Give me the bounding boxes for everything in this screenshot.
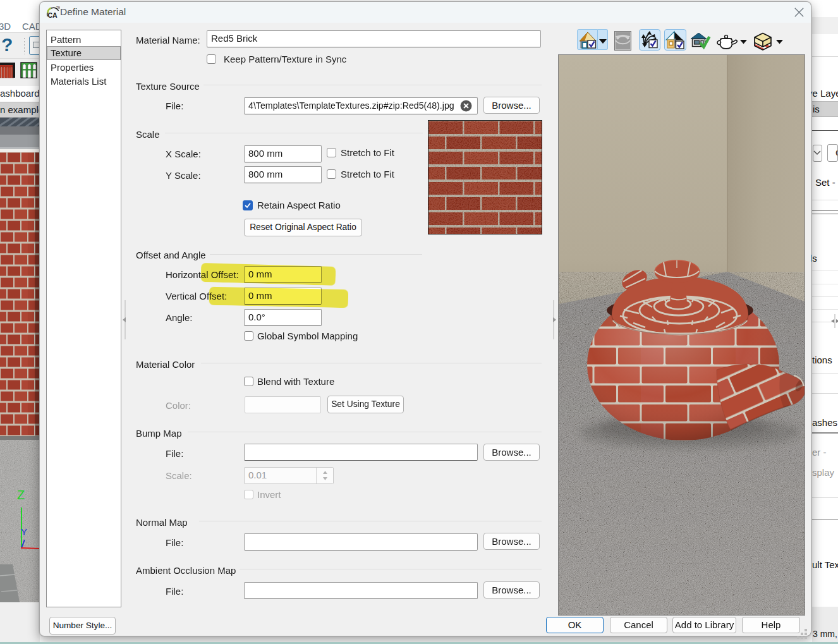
svg-text:CA: CA [48, 11, 58, 19]
svg-text:Y: Y [21, 526, 27, 537]
svg-text:Z: Z [17, 488, 25, 502]
svg-text:TM: TM [56, 6, 60, 9]
